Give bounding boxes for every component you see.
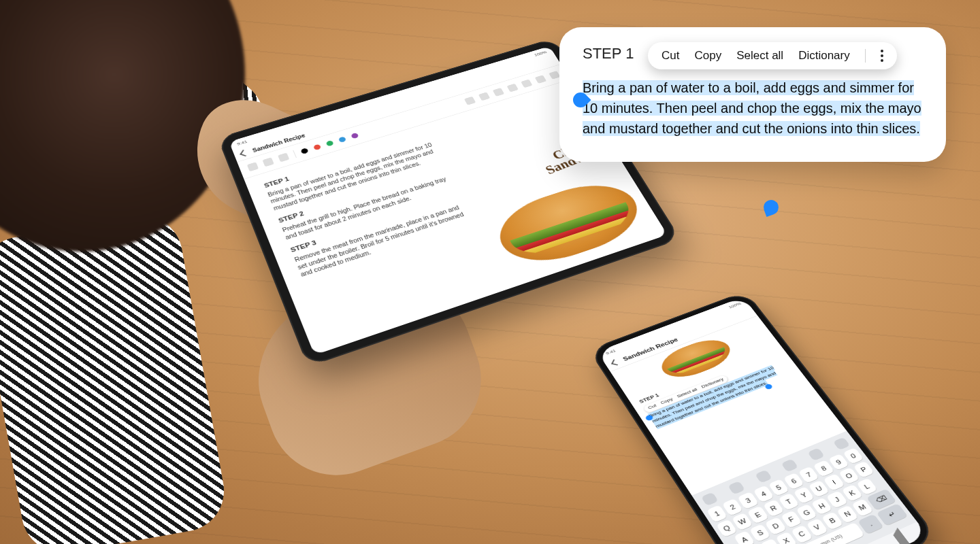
keyboard-mic-icon[interactable] xyxy=(781,459,799,473)
text-tool-icon[interactable] xyxy=(507,84,519,92)
color-swatch-blue[interactable] xyxy=(338,136,346,143)
share-icon[interactable] xyxy=(521,80,532,88)
color-swatch-black[interactable] xyxy=(300,148,308,154)
keyboard-settings-icon[interactable] xyxy=(701,492,719,507)
context-select-all[interactable]: Select all xyxy=(736,49,783,63)
status-time: 9:41 xyxy=(604,348,617,356)
back-icon[interactable] xyxy=(611,359,620,365)
selection-handle-end[interactable] xyxy=(762,198,781,217)
context-dictionary[interactable]: Dictionary xyxy=(798,49,850,63)
keyboard-sticker-icon[interactable] xyxy=(728,481,746,494)
on-screen-keyboard: 1234567890 QWERTYUIOP ASDFGHJKL ⇧ ZXCVBN… xyxy=(691,431,917,544)
context-separator xyxy=(865,49,866,63)
highlighter-tool-icon[interactable] xyxy=(262,157,274,167)
more-icon[interactable] xyxy=(549,71,560,80)
sandwich-illustration xyxy=(487,173,651,274)
context-more-icon[interactable] xyxy=(881,50,883,62)
toolbar-separator xyxy=(293,150,297,158)
highlighted-text[interactable]: Bring a pan of water to a boil, add eggs… xyxy=(583,80,921,136)
scene-photo: 9:41 100% Sandwich Recipe xyxy=(0,0,980,544)
lasso-tool-icon[interactable] xyxy=(493,88,504,97)
phone-screen: 9:41 100% Sandwich Recipe STEP 1 Cut Cop… xyxy=(597,297,928,544)
color-swatch-purple[interactable] xyxy=(350,133,359,139)
redo-icon[interactable] xyxy=(478,92,490,101)
text-context-menu: Cut Copy Select all Dictionary xyxy=(648,42,897,69)
back-icon[interactable] xyxy=(240,150,248,156)
keyboard-gif-icon[interactable] xyxy=(755,470,772,483)
selection-callout-card: STEP 1 Cut Copy Select all Dictionary Br… xyxy=(559,27,946,162)
callout-selected-text[interactable]: Bring a pan of water to a boil, add eggs… xyxy=(583,78,923,139)
person-sleeve xyxy=(0,209,231,544)
color-swatch-green[interactable] xyxy=(325,140,333,147)
favorite-icon[interactable] xyxy=(535,75,546,84)
context-cut[interactable]: Cut xyxy=(662,49,679,63)
undo-icon[interactable] xyxy=(464,97,476,105)
status-time: 9:41 xyxy=(236,139,248,146)
phone-device: 9:41 100% Sandwich Recipe STEP 1 Cut Cop… xyxy=(588,291,938,544)
keyboard-clipboard-icon[interactable] xyxy=(807,448,825,462)
eraser-tool-icon[interactable] xyxy=(278,153,289,163)
selection-handle-end[interactable] xyxy=(764,384,774,390)
pen-tool-icon[interactable] xyxy=(247,162,259,171)
context-copy[interactable]: Copy xyxy=(694,49,721,63)
keyboard-more-icon[interactable] xyxy=(833,437,851,450)
color-swatch-red[interactable] xyxy=(313,144,321,151)
